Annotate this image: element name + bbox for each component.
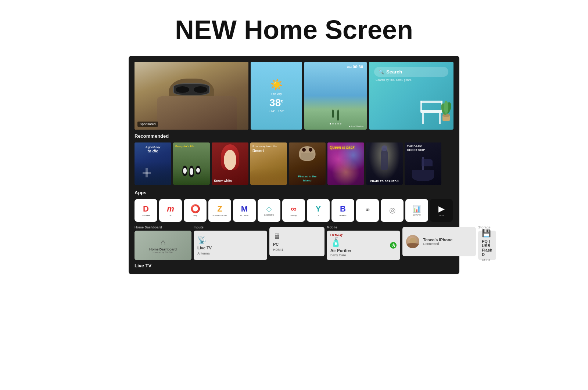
storage-sublabel: USB1	[482, 258, 491, 262]
app-infinity-label: infinity	[290, 214, 297, 217]
home-dashboard-card[interactable]: ⌂ Home Dashboard powered by ThinQ AI	[135, 231, 191, 260]
app-business-icon: Z	[217, 204, 222, 214]
recommended-label: Recommended	[135, 132, 453, 140]
app-m-icon: m	[167, 204, 174, 214]
storage-label: PQ | USB Flash D	[482, 239, 492, 257]
avatar	[406, 235, 419, 248]
live-tv-section-label: Live TV	[135, 263, 453, 268]
hero-banner[interactable]: Sponsored	[135, 62, 248, 130]
weather-temperature: 38c	[269, 98, 283, 108]
live-tv-card[interactable]: 📡 Live TV Antenna	[194, 231, 267, 260]
app-b-label: B letter	[339, 214, 346, 217]
app-loop-icon: ⭕	[190, 204, 200, 214]
air-purifier-sublabel: Baby Care	[330, 253, 351, 257]
pc-section: 🖥 PC HDMI1	[269, 225, 325, 260]
app-play-icon: ▶	[438, 204, 445, 214]
live-tv-label: Live TV	[197, 246, 212, 250]
air-purifier-label: Air Purifier	[330, 248, 351, 253]
iphone-sublabel: Connected	[423, 242, 452, 246]
rec-item-pirates[interactable]: Pirates in theIsland	[289, 142, 326, 185]
app-business[interactable]: Z BUSINESS ICON	[208, 199, 231, 222]
app-y-icon: Y	[316, 204, 321, 214]
hdmi-label: HDMI1	[273, 248, 283, 252]
mobile-section: Mobile LG ThinQ° 🧴 Air Purifier Baby Car…	[327, 225, 400, 260]
app-loop[interactable]: ⭕ loop	[184, 199, 207, 222]
app-m-letter-label: M Letter	[240, 214, 248, 217]
app-d-letter[interactable]: D D Letter	[135, 199, 157, 222]
air-purifier-card[interactable]: LG ThinQ° 🧴 Air Purifier Baby Care ⏻	[327, 231, 400, 260]
air-power-button[interactable]: ⏻	[390, 242, 397, 249]
air-purifier-icon: 🧴	[330, 237, 351, 248]
app-connect-icon: ⚭	[365, 206, 371, 214]
rec-item-die[interactable]: A good day to die	[135, 142, 171, 185]
app-business-label: BUSINESS ICON	[212, 214, 227, 217]
svg-rect-5	[420, 101, 442, 103]
app-infinity[interactable]: ∞ infinity	[282, 199, 305, 222]
pc-label: PC	[273, 242, 279, 246]
rec-item-snow-white[interactable]: Snow white	[212, 142, 248, 185]
app-rings[interactable]: ◎	[381, 199, 404, 222]
accuweather-logo: ● AccuWeather	[349, 125, 364, 127]
app-d-icon: D	[143, 204, 149, 214]
antenna-label: Antenna	[197, 252, 210, 255]
mobile-header: Mobile	[327, 225, 400, 229]
clock-landscape-widget[interactable]: PM 06:30 ● AccuWeather	[304, 62, 367, 130]
app-connect[interactable]: ⚭	[356, 199, 379, 222]
app-d-label: D Letter	[142, 214, 150, 217]
search-hint: Search by title, actor, genre.	[374, 78, 448, 82]
app-geometric-icon: ◇	[266, 205, 272, 213]
pc-card[interactable]: 🖥 PC HDMI1	[269, 227, 325, 256]
rec-item-desert[interactable]: Run away from theDesert	[250, 142, 287, 185]
app-m-letter-icon: M	[241, 204, 248, 214]
app-loop-label: loop	[193, 214, 197, 217]
app-play-label: PLAY	[439, 214, 444, 217]
top-row: Sponsored ☀️ Fair Day 38c ↓ 24° ↑ 53° PM…	[135, 62, 453, 130]
home-dashboard-icon: ⌂	[160, 237, 166, 248]
rec-item-charles[interactable]: CHARLES BRANTON	[366, 142, 403, 185]
search-title: Search	[386, 69, 402, 75]
apps-label: Apps	[135, 188, 453, 197]
rec-item-queen[interactable]: Queen is back	[327, 142, 364, 185]
recommended-row: A good day to die	[135, 142, 453, 185]
app-b-icon: B	[340, 204, 346, 214]
inputs-header: Inputs	[194, 225, 267, 229]
app-m-label: m	[170, 214, 172, 217]
antenna-icon: 📡	[197, 235, 207, 244]
app-b-letter[interactable]: B B letter	[331, 199, 354, 222]
app-graph-label: GRAPH	[413, 214, 420, 216]
iphone-label: Teneo's iPhone	[423, 238, 452, 242]
app-geometric[interactable]: ◇ Geometric	[258, 199, 280, 222]
iphone-section: Teneo's iPhone Connected	[402, 225, 476, 260]
app-graph[interactable]: 📊 GRAPH	[405, 199, 428, 222]
tv-screen: Sponsored ☀️ Fair Day 38c ↓ 24° ↑ 53° PM…	[129, 56, 459, 274]
app-y[interactable]: Y Y	[307, 199, 330, 222]
usb-icon: 💾	[482, 229, 491, 238]
weather-condition: Fair Day	[271, 92, 282, 95]
app-play[interactable]: ▶ PLAY	[430, 199, 453, 222]
chair-decoration	[409, 84, 453, 128]
home-dashboard-header: Home Dashboard	[135, 225, 191, 229]
page-title: NEW Home Screen	[0, 0, 588, 56]
sponsored-badge: Sponsored	[137, 122, 158, 127]
apps-row: D D Letter m m ⭕ loop Z BUSINESS ICON M …	[135, 199, 453, 222]
search-icon: 🔍	[379, 69, 384, 75]
rec-item-penguin[interactable]: Penguin's life	[173, 142, 210, 185]
app-rings-icon: ◎	[389, 206, 395, 214]
home-dashboard-label: Home Dashboard	[149, 248, 177, 251]
lg-thinq-badge: LG ThinQ°	[330, 234, 351, 236]
monitor-icon: 🖥	[273, 232, 280, 241]
weather-widget[interactable]: ☀️ Fair Day 38c ↓ 24° ↑ 53°	[251, 62, 302, 130]
weather-sun-icon: ☀️	[270, 79, 283, 91]
rec-item-ghost-ship[interactable]: THE DARKGHOST SHIP	[405, 142, 441, 185]
svg-rect-0	[420, 110, 442, 113]
app-m-letter[interactable]: M M Letter	[233, 199, 256, 222]
svg-rect-1	[422, 113, 424, 124]
search-widget[interactable]: 🔍 Search Search by title, actor, genre.	[369, 62, 453, 130]
clock-time: PM 06:30	[347, 65, 363, 69]
storage-card[interactable]: 💾 PQ | USB Flash D USB1	[478, 231, 496, 260]
weather-range: ↓ 24° ↑ 53°	[268, 109, 284, 113]
svg-rect-2	[439, 113, 441, 124]
app-m[interactable]: m m	[159, 199, 182, 222]
iphone-card[interactable]: Teneo's iPhone Connected	[402, 227, 476, 256]
home-dashboard-section: Home Dashboard ⌂ Home Dashboard powered …	[135, 225, 191, 260]
